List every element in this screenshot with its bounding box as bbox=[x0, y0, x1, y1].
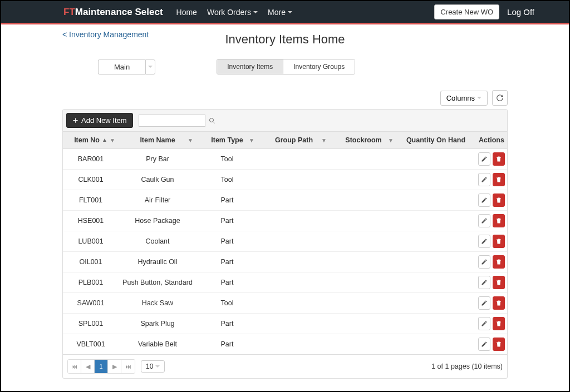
nav-home[interactable]: Home bbox=[176, 8, 197, 17]
trash-icon bbox=[495, 320, 502, 327]
pager-next[interactable]: ▶ bbox=[108, 360, 121, 373]
cell-qty bbox=[397, 238, 475, 245]
breadcrumb[interactable]: < Inventory Management bbox=[62, 30, 149, 39]
delete-button[interactable] bbox=[493, 296, 505, 310]
pencil-icon bbox=[481, 300, 488, 306]
edit-button[interactable] bbox=[478, 338, 490, 351]
cell-item-name: Hack Saw bbox=[119, 296, 196, 310]
cell-item-type: Part bbox=[196, 193, 258, 207]
col-qty[interactable]: Quantity On Hand bbox=[397, 132, 475, 148]
group-select-caret[interactable] bbox=[145, 59, 155, 75]
filter-icon[interactable]: ▼ bbox=[188, 137, 193, 143]
pager-prev[interactable]: ◀ bbox=[81, 360, 95, 373]
columns-button[interactable]: Columns bbox=[440, 91, 488, 106]
cell-qty bbox=[397, 217, 475, 224]
delete-button[interactable] bbox=[493, 173, 505, 186]
group-select-label: Main bbox=[98, 59, 145, 75]
nav-links: Home Work Orders More bbox=[176, 8, 435, 17]
navbar: FTMaintenance Select Home Work Orders Mo… bbox=[1, 1, 569, 24]
edit-button[interactable] bbox=[478, 152, 490, 166]
col-stockroom-label: Stockroom bbox=[345, 136, 381, 144]
cell-item-type: Part bbox=[196, 234, 258, 249]
edit-button[interactable] bbox=[478, 193, 490, 207]
group-select[interactable]: Main bbox=[98, 59, 155, 75]
nav-more[interactable]: More bbox=[268, 8, 292, 17]
edit-button[interactable] bbox=[478, 317, 490, 330]
cell-stockroom bbox=[330, 197, 397, 204]
delete-button[interactable] bbox=[493, 317, 505, 330]
pager-last[interactable]: ⏭ bbox=[121, 360, 135, 373]
pencil-icon bbox=[481, 176, 488, 183]
cell-item-no: BAR001 bbox=[63, 152, 119, 166]
add-new-item-button[interactable]: Add New Item bbox=[66, 113, 133, 128]
trash-icon bbox=[495, 279, 502, 286]
cell-qty bbox=[397, 176, 475, 183]
col-stockroom[interactable]: Stockroom ▼ bbox=[330, 132, 397, 148]
filter-icon[interactable]: ▼ bbox=[110, 137, 115, 143]
filter-icon[interactable]: ▼ bbox=[321, 137, 327, 143]
refresh-icon bbox=[496, 94, 504, 102]
cell-group-path bbox=[258, 259, 330, 265]
cell-actions bbox=[475, 334, 508, 354]
cell-stockroom bbox=[330, 341, 397, 348]
cell-item-name: Coolant bbox=[119, 234, 196, 249]
search-input[interactable] bbox=[139, 115, 205, 127]
delete-button[interactable] bbox=[493, 152, 505, 166]
col-item-no[interactable]: Item No ▲ ▼ bbox=[63, 132, 119, 148]
table-row: SPL001Spark PlugPart bbox=[63, 314, 507, 334]
cell-group-path bbox=[258, 217, 330, 224]
refresh-button[interactable] bbox=[492, 90, 508, 106]
nav-work-orders[interactable]: Work Orders bbox=[207, 8, 258, 17]
col-item-name-label: Item Name bbox=[140, 136, 175, 144]
edit-button[interactable] bbox=[478, 173, 490, 186]
tab-inventory-groups[interactable]: Inventory Groups bbox=[283, 59, 355, 74]
col-item-type[interactable]: Item Type ▼ bbox=[196, 132, 258, 148]
delete-button[interactable] bbox=[493, 276, 505, 289]
filter-icon[interactable]: ▼ bbox=[249, 137, 254, 143]
pagesize-select[interactable]: 10 bbox=[141, 360, 165, 373]
edit-button[interactable] bbox=[478, 214, 490, 227]
delete-button[interactable] bbox=[493, 338, 505, 351]
cell-item-type: Tool bbox=[196, 296, 258, 310]
col-item-no-label: Item No bbox=[74, 136, 100, 144]
cell-actions bbox=[475, 272, 508, 292]
cell-stockroom bbox=[330, 259, 397, 265]
nav-more-label: More bbox=[268, 8, 286, 17]
trash-icon bbox=[495, 259, 502, 265]
filter-icon[interactable]: ▼ bbox=[388, 137, 394, 143]
create-new-wo-button[interactable]: Create New WO bbox=[434, 4, 499, 19]
edit-button[interactable] bbox=[478, 276, 490, 289]
edit-button[interactable] bbox=[478, 235, 490, 248]
add-new-item-label: Add New Item bbox=[81, 116, 127, 125]
trash-icon bbox=[495, 217, 502, 224]
delete-button[interactable] bbox=[493, 214, 505, 227]
sort-asc-icon[interactable]: ▲ bbox=[102, 138, 107, 142]
cell-group-path bbox=[258, 279, 330, 286]
cell-item-no: LUB001 bbox=[63, 234, 119, 249]
col-group-path[interactable]: Group Path ▼ bbox=[258, 132, 330, 148]
rows-container: BAR001Pry BarToolCLK001Caulk GunToolFLT0… bbox=[63, 149, 507, 354]
cell-stockroom bbox=[330, 156, 397, 162]
edit-button[interactable] bbox=[478, 255, 490, 269]
pager-first[interactable]: ⏮ bbox=[68, 360, 81, 373]
tab-inventory-items[interactable]: Inventory Items bbox=[217, 59, 283, 74]
cell-actions bbox=[475, 293, 508, 313]
logoff-link[interactable]: Log Off bbox=[507, 7, 534, 17]
col-item-name[interactable]: Item Name ▼ bbox=[119, 132, 196, 148]
table-row: CLK001Caulk GunTool bbox=[63, 170, 507, 190]
nav-work-orders-label: Work Orders bbox=[207, 8, 251, 17]
pager: ⏮ ◀ 1 ▶ ⏭ bbox=[67, 359, 135, 374]
pager-page-1[interactable]: 1 bbox=[95, 360, 108, 373]
delete-button[interactable] bbox=[493, 255, 505, 269]
cell-item-no: PLB001 bbox=[63, 275, 119, 290]
table-row: OIL001Hydraulic OilPart bbox=[63, 252, 507, 272]
delete-button[interactable] bbox=[493, 193, 505, 207]
delete-button[interactable] bbox=[493, 235, 505, 248]
edit-button[interactable] bbox=[478, 296, 490, 310]
view-tabs: Inventory Items Inventory Groups bbox=[217, 59, 355, 75]
cell-stockroom bbox=[330, 279, 397, 286]
cell-qty bbox=[397, 341, 475, 348]
search-icon[interactable] bbox=[209, 117, 215, 124]
cell-item-no: FLT001 bbox=[63, 193, 119, 207]
pencil-icon bbox=[481, 259, 488, 265]
